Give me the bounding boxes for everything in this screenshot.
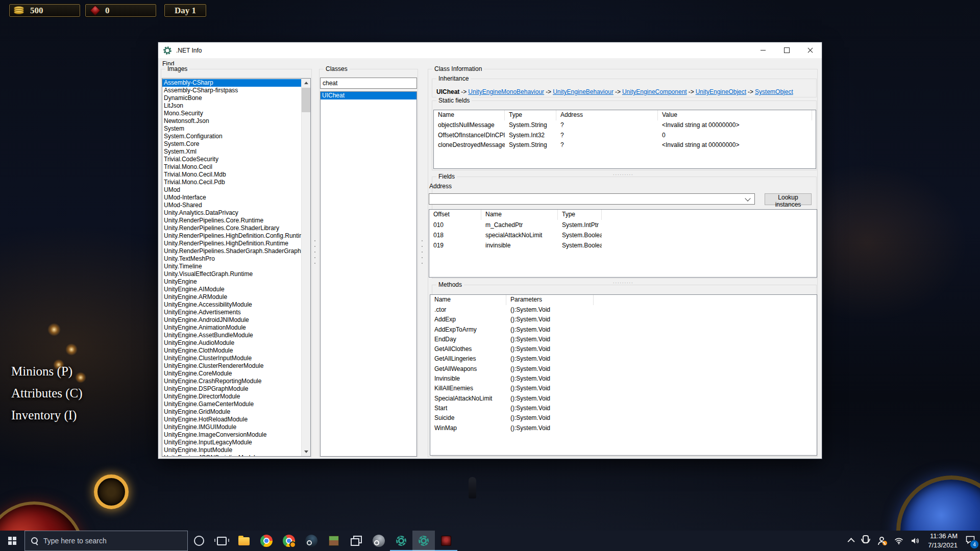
list-item[interactable]: Mono.Security: [162, 110, 302, 117]
list-item[interactable]: System.Configuration: [162, 133, 302, 140]
list-item[interactable]: UnityEngine.CrashReportingModule: [162, 378, 302, 385]
close-button[interactable]: [798, 42, 822, 58]
panel-splitter[interactable]: [421, 240, 424, 264]
list-item[interactable]: Assembly-CSharp: [162, 79, 302, 87]
list-item[interactable]: DynamicBone: [162, 94, 302, 102]
scrollbar-thumb[interactable]: [302, 88, 310, 112]
list-item[interactable]: UnityEngine: [162, 278, 302, 286]
list-item[interactable]: UnityEngine.ClusterRendererModule: [162, 362, 302, 370]
game-menu-attributes[interactable]: Attributes (C): [11, 386, 83, 400]
taskbar-app-button[interactable]: [368, 531, 390, 551]
taskbar-app-button[interactable]: [300, 531, 323, 551]
table-row[interactable]: GetAllWeapons ():System.Void: [430, 364, 817, 374]
maximize-button[interactable]: [775, 42, 798, 58]
list-item[interactable]: UnityEngine.AIModule: [162, 286, 302, 293]
column-header[interactable]: Name: [434, 110, 505, 120]
taskbar-app-button[interactable]: [390, 531, 412, 551]
column-header[interactable]: Name: [481, 210, 558, 220]
table-row[interactable]: .ctor ():System.Void: [430, 305, 817, 315]
taskbar-search[interactable]: Type here to search: [24, 531, 188, 551]
inheritance-link[interactable]: UnityEngineMonoBehaviour: [468, 88, 544, 95]
user-account-icon[interactable]: [877, 537, 886, 545]
table-row[interactable]: cloneDestroyedMessage System.String ? <I…: [434, 140, 816, 151]
address-combobox[interactable]: [429, 193, 755, 205]
column-header[interactable]: Parameters: [506, 295, 594, 305]
table-row[interactable]: Suicide ():System.Void: [430, 413, 817, 423]
list-item[interactable]: UnityEngine.DSPGraphModule: [162, 385, 302, 393]
inheritance-link[interactable]: UnityEngineBehaviour: [553, 88, 614, 95]
list-item[interactable]: System: [162, 125, 302, 133]
table-row[interactable]: 019 invinsible System.Boolean: [429, 240, 817, 251]
list-item[interactable]: UnityEngine.ARModule: [162, 293, 302, 301]
list-item[interactable]: Unity.RenderPipelines.Core.Runtime: [162, 217, 302, 224]
list-item[interactable]: Unity.RenderPipelines.HighDefinition.Con…: [162, 232, 302, 240]
table-row[interactable]: 018 specialAttackNoLimit System.Boolean: [429, 230, 817, 240]
list-item[interactable]: Unity.TextMeshPro: [162, 255, 302, 263]
scroll-down-button[interactable]: [302, 447, 310, 456]
list-item[interactable]: Unity.RenderPipelines.Core.ShaderLibrary: [162, 224, 302, 232]
table-row[interactable]: GetAllClothes ():System.Void: [430, 344, 817, 354]
section-splitter[interactable]: .........: [613, 280, 634, 283]
wifi-icon[interactable]: [894, 538, 903, 544]
titlebar[interactable]: .NET Info: [158, 42, 822, 58]
list-item[interactable]: UMod-Shared: [162, 202, 302, 209]
list-item[interactable]: Unity.Timeline: [162, 263, 302, 270]
table-row[interactable]: AddExp ():System.Void: [430, 315, 817, 324]
list-item[interactable]: Trivial.CodeSecurity: [162, 156, 302, 163]
table-row[interactable]: Invinsible ():System.Void: [430, 374, 817, 384]
images-scrollbar[interactable]: [301, 79, 310, 456]
table-row[interactable]: 010 m_CachedPtr System.IntPtr: [429, 220, 817, 230]
table-row[interactable]: SpecialAttackNoLimit ():System.Void: [430, 394, 817, 404]
section-splitter[interactable]: .........: [613, 172, 634, 175]
inheritance-link[interactable]: UnityEngineObject: [696, 88, 746, 95]
scroll-up-button[interactable]: [302, 79, 310, 87]
cortana-button[interactable]: [188, 531, 210, 551]
glowing-ring-button[interactable]: [94, 474, 129, 509]
list-item[interactable]: UICheat: [321, 92, 416, 99]
list-item[interactable]: UnityEngine.InputLegacyModule: [162, 439, 302, 446]
list-item[interactable]: UnityEngine.AnimationModule: [162, 324, 302, 332]
start-button[interactable]: [0, 531, 24, 551]
list-item[interactable]: UnityEngine.AndroidJNIModule: [162, 316, 302, 324]
list-item[interactable]: UnityEngine.IMGUIModule: [162, 423, 302, 431]
list-item[interactable]: LitJson: [162, 102, 302, 110]
list-item[interactable]: Newtonsoft.Json: [162, 117, 302, 125]
chevron-up-icon[interactable]: [848, 538, 855, 545]
list-item[interactable]: Unity.VisualEffectGraph.Runtime: [162, 270, 302, 278]
minimize-button[interactable]: [751, 42, 775, 58]
list-item[interactable]: UnityEngine.ImageConversionModule: [162, 431, 302, 439]
list-item[interactable]: UnityEngine.InputModule: [162, 446, 302, 454]
column-header[interactable]: Type: [505, 110, 556, 120]
list-item[interactable]: UnityEngine.ClothModule: [162, 347, 302, 355]
taskbar-app-button[interactable]: [345, 531, 368, 551]
microphone-icon[interactable]: [863, 535, 869, 543]
table-row[interactable]: KillAllEnemies ():System.Void: [430, 384, 817, 393]
game-menu-minions[interactable]: Minions (P): [11, 364, 72, 379]
taskbar-clock[interactable]: 11:36 AM 7/13/2021: [928, 532, 958, 549]
list-item[interactable]: Unity.Analytics.DataPrivacy: [162, 209, 302, 217]
list-item[interactable]: UnityEngine.HotReloadModule: [162, 416, 302, 423]
action-center-button[interactable]: 4: [966, 536, 975, 546]
table-row[interactable]: GetAllLingeries ():System.Void: [430, 354, 817, 364]
list-item[interactable]: Trivial.Mono.Cecil.Mdb: [162, 171, 302, 179]
column-header[interactable]: Value: [658, 110, 812, 120]
list-item[interactable]: Assembly-CSharp-firstpass: [162, 87, 302, 94]
list-item[interactable]: UnityEngine.CoreModule: [162, 370, 302, 378]
column-header[interactable]: Name: [430, 295, 506, 305]
taskbar-app-button[interactable]: [233, 531, 255, 551]
list-item[interactable]: UMod-Interface: [162, 194, 302, 202]
list-item[interactable]: UnityEngine.GameCenterModule: [162, 400, 302, 408]
list-item[interactable]: Trivial.Mono.Cecil.Pdb: [162, 179, 302, 186]
taskbar-app-button[interactable]: [435, 531, 457, 551]
list-item[interactable]: UnityEngine.JSONSerializeModule: [162, 454, 302, 457]
volume-icon[interactable]: [912, 537, 920, 544]
list-item[interactable]: UMod: [162, 186, 302, 194]
list-item[interactable]: UnityEngine.DirectorModule: [162, 393, 302, 400]
column-header[interactable]: Offset: [429, 210, 481, 220]
class-search-input[interactable]: [320, 78, 417, 89]
table-row[interactable]: Start ():System.Void: [430, 404, 817, 413]
list-item[interactable]: System.Core: [162, 140, 302, 148]
column-header[interactable]: Type: [558, 210, 602, 220]
list-item[interactable]: Unity.RenderPipelines.HighDefinition.Run…: [162, 240, 302, 247]
table-row[interactable]: WinMap ():System.Void: [430, 423, 817, 433]
